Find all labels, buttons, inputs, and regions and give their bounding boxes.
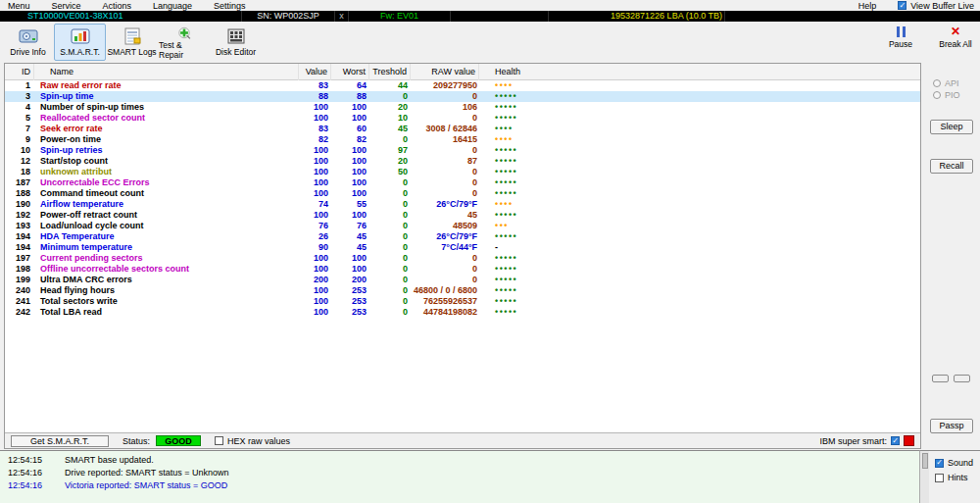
menu-item-help[interactable]: Help (858, 1, 877, 11)
name-cell: Power-off retract count (34, 210, 299, 221)
test-repair-label: Test & Repair (159, 40, 209, 60)
mini-button-right[interactable] (954, 375, 970, 382)
smart-attribute-row[interactable]: 3Spin-up time888800••••• (5, 91, 920, 102)
name-cell: Uncorrectable ECC Errors (34, 177, 299, 188)
health-cell: •••• (479, 134, 920, 145)
log-scrollbar-thumb[interactable] (922, 453, 928, 469)
menu-item-settings[interactable]: Settings (214, 1, 246, 11)
header-worst[interactable]: Worst (331, 64, 369, 80)
name-cell: Start/stop count (34, 156, 299, 167)
header-raw-value[interactable]: RAW value (411, 64, 479, 80)
view-buffer-live-toggle[interactable]: View Buffer Live (898, 1, 974, 11)
treshold-cell: 0 (369, 210, 411, 221)
header-value[interactable]: Value (299, 64, 331, 80)
header-id[interactable]: ID (5, 64, 34, 80)
view-buffer-live-label: View Buffer Live (910, 1, 974, 11)
smart-attribute-row[interactable]: 242Total LBA read100253044784198082••••• (5, 307, 920, 318)
break-all-icon: ✕ (951, 26, 960, 37)
raw-cell: 0 (411, 253, 479, 264)
smart-label: S.M.A.R.T. (60, 47, 100, 57)
smart-attribute-row[interactable]: 5Reallocated sector count100100100••••• (5, 113, 920, 124)
mini-button-left[interactable] (932, 375, 949, 382)
recall-button[interactable]: Recall (930, 159, 973, 174)
worst-cell: 100 (331, 177, 369, 188)
hex-raw-values-toggle[interactable]: HEX raw values (215, 436, 290, 446)
log-timestamp: 12:54:16 (8, 467, 53, 479)
right-sidebar: API PIO Sleep Recall Passp (925, 63, 980, 449)
get-smart-button[interactable]: Get S.M.A.R.T. (11, 435, 109, 447)
smart-attribute-row[interactable]: 198Offline uncorrectable sectors count10… (5, 264, 920, 275)
break-all-button[interactable]: ✕ Break All (935, 24, 976, 59)
smart-status-bar: Get S.M.A.R.T. Status: GOOD HEX raw valu… (5, 432, 920, 448)
raw-cell: 0 (411, 275, 479, 285)
smart-attribute-row[interactable]: 194Minimum temperature904507°C/44°F- (5, 242, 920, 253)
drive-close-button[interactable]: x (335, 11, 349, 22)
ibm-checkbox-icon[interactable] (891, 436, 900, 445)
value-cell: 100 (299, 264, 331, 275)
pause-button[interactable]: Pause (880, 24, 921, 59)
smart-attribute-row[interactable]: 9Power-on time8282016415•••• (5, 134, 920, 145)
api-label: API (945, 78, 959, 88)
api-radio[interactable]: API (933, 78, 959, 88)
smart-attribute-row[interactable]: 4Number of spin-up times10010020106••••• (5, 102, 920, 113)
header-health[interactable]: Health (479, 64, 920, 80)
smart-attribute-row[interactable]: 190Airflow temperature7455026°C/79°F•••• (5, 199, 920, 210)
log-message: SMART base updated. (65, 454, 154, 467)
name-cell: Current pending sectors (34, 253, 299, 264)
smart-button[interactable]: S.M.A.R.T. (54, 24, 106, 61)
smart-attribute-row[interactable]: 192Power-off retract count100100045••••• (5, 210, 920, 221)
id-cell: 193 (5, 221, 34, 231)
sleep-button[interactable]: Sleep (930, 120, 973, 134)
header-treshold[interactable]: Treshold (369, 64, 411, 80)
drive-info-button[interactable]: Drive Info (2, 24, 54, 61)
passp-button[interactable]: Passp (930, 419, 973, 433)
smart-attribute-row[interactable]: 199Ultra DMA CRC errors20020000••••• (5, 275, 920, 285)
smart-attribute-row[interactable]: 1Raw read error rate836444209277950•••• (5, 80, 920, 91)
raw-cell: 48509 (411, 221, 479, 231)
menu-item-language[interactable]: Language (153, 1, 192, 11)
smart-attribute-row[interactable]: 188Command timeout count10010000••••• (5, 188, 920, 199)
hex-checkbox-icon (215, 436, 223, 445)
smart-attribute-row[interactable]: 12Start/stop count1001002087••••• (5, 156, 920, 167)
treshold-cell: 45 (369, 124, 411, 134)
smart-attribute-row[interactable]: 241Total sectors write100253076255926537… (5, 296, 920, 307)
smart-attribute-row[interactable]: 240Head flying hours100253046800 / 0 / 6… (5, 285, 920, 296)
name-cell: Ultra DMA CRC errors (34, 275, 299, 285)
hints-toggle[interactable]: Hints (935, 473, 980, 482)
worst-cell: 100 (331, 102, 369, 113)
smart-attribute-row[interactable]: 7Seek error rate8360453008 / 62846•••• (5, 124, 920, 134)
worst-cell: 253 (331, 285, 369, 296)
menu-item-menu[interactable]: Menu (8, 1, 30, 11)
value-cell: 100 (299, 210, 331, 221)
smart-attribute-row[interactable]: 187Uncorrectable ECC Errors10010000••••• (5, 177, 920, 188)
pio-radio[interactable]: PIO (933, 90, 960, 100)
drive-model: ST10000VE001-38X101 (0, 11, 242, 22)
treshold-cell: 0 (369, 221, 411, 231)
smart-attribute-row[interactable]: 197Current pending sectors10010000••••• (5, 253, 920, 264)
smart-attribute-row[interactable]: 194HDA Temperature2645026°C/79°F••••• (5, 231, 920, 242)
value-cell: 100 (299, 167, 331, 177)
raw-cell: 87 (411, 156, 479, 167)
treshold-cell: 50 (369, 167, 411, 177)
health-cell: ••••• (479, 102, 920, 113)
value-cell: 83 (299, 80, 331, 91)
menu-item-service[interactable]: Service (52, 1, 81, 11)
smart-attribute-row[interactable]: 193Load/unload cycle count7676048509••• (5, 221, 920, 231)
raw-cell: 26°C/79°F (411, 231, 479, 242)
worst-cell: 253 (331, 296, 369, 307)
sound-toggle[interactable]: Sound (935, 458, 980, 468)
health-cell: •••• (479, 80, 920, 91)
id-cell: 197 (5, 253, 34, 264)
disk-editor-button[interactable]: Disk Editor (210, 24, 262, 61)
health-cell: ••••• (479, 296, 920, 307)
header-name[interactable]: Name (34, 64, 299, 80)
raw-cell: 0 (411, 177, 479, 188)
log-scrollbar[interactable] (919, 450, 929, 503)
smart-attribute-row[interactable]: 10Spin-up retries100100970••••• (5, 145, 920, 156)
smart-attribute-row[interactable]: 18unknown attribut100100500••••• (5, 167, 920, 177)
smart-logs-button[interactable]: SMART Logs (106, 24, 158, 61)
menu-item-actions[interactable]: Actions (103, 1, 132, 11)
health-cell: ••••• (479, 210, 920, 221)
test-repair-button[interactable]: Test & Repair (158, 24, 210, 61)
value-cell: 88 (299, 91, 331, 102)
